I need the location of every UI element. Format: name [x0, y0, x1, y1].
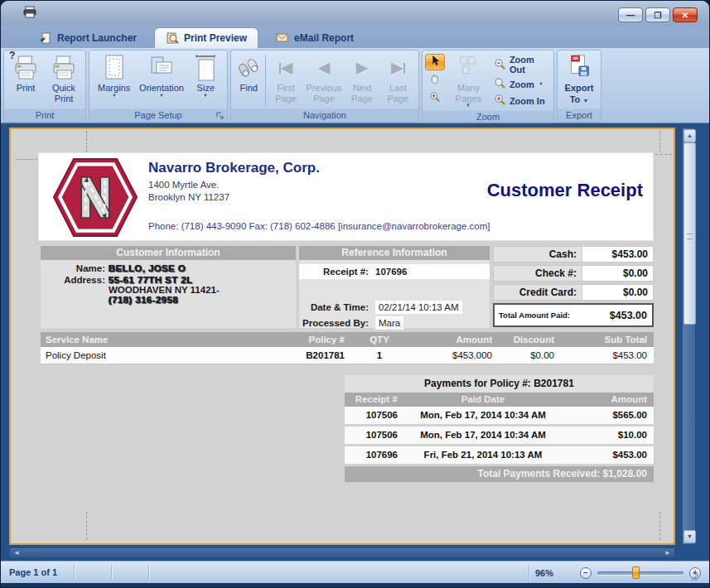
cash-label: Cash: [493, 246, 582, 263]
zoom-in-label: Zoom In [510, 96, 545, 106]
margins-button[interactable]: Margins ▼ [93, 52, 136, 108]
customer-address-line2: WOODHAVEN NY 11421- [109, 285, 220, 295]
size-label: Size [197, 83, 215, 94]
company-address-line2: Brooklyn NY 11237 [148, 191, 229, 204]
service-table-header-row: Service Name Policy # QTY Amount Discoun… [41, 332, 654, 347]
margin-guide [86, 512, 87, 540]
margins-dropdown-icon: ▼ [112, 94, 117, 98]
zoom-slider-track[interactable] [597, 571, 683, 575]
scroll-down-icon: ▼ [687, 533, 693, 539]
close-button[interactable]: ✕ [673, 7, 698, 22]
export-to-button[interactable]: Export To ▼ [560, 52, 598, 108]
magnifier-tool-button[interactable] [425, 90, 445, 107]
vertical-scrollbar-thumb[interactable] [683, 142, 696, 325]
col-service-name: Service Name [41, 332, 234, 347]
col-qty: QTY [351, 332, 408, 347]
zoom-dropdown-button[interactable]: Zoom ▼ [494, 77, 549, 91]
print-group-label: Print [4, 108, 85, 122]
address-label: Address: [41, 275, 105, 305]
col-policy: Policy # [234, 332, 351, 347]
zoom-slider-thumb[interactable] [632, 566, 640, 579]
navigation-group-label: Navigation [231, 108, 418, 122]
pointer-tool-button[interactable] [425, 54, 445, 70]
printer-app-icon[interactable] [22, 6, 37, 18]
col-discount: Discount [499, 332, 561, 347]
size-icon [192, 54, 219, 82]
payment-date-cell: Mon, Feb 17, 2014 10:34 AM [404, 427, 562, 446]
previous-page-icon: ◀ [311, 54, 337, 82]
scroll-left-icon[interactable]: ◄ [13, 549, 20, 557]
margin-guide [16, 159, 37, 160]
export-to-label-line2: To ▼ [570, 94, 589, 105]
margins-icon [101, 54, 128, 82]
col-amount: Amount [408, 332, 499, 347]
quick-print-label: Quick Print [46, 83, 82, 104]
company-address: 1400 Myrtle Ave. Brooklyn NY 11237 [148, 179, 229, 204]
previous-page-button[interactable]: ◀ Previous Page [304, 52, 345, 108]
hand-tool-button[interactable] [425, 72, 445, 89]
report-launcher-icon [39, 32, 52, 44]
tab-print-preview[interactable]: Print Preview [154, 27, 258, 48]
payments-row: 107506 Mon, Feb 17, 2014 10:34 AM $565.0… [345, 407, 654, 427]
last-page-label: Last Page [381, 83, 415, 104]
next-page-icon: ▶ [349, 54, 375, 82]
tab-report-launcher[interactable]: Report Launcher [28, 28, 147, 48]
customer-address-line1: 55-61 77TH ST 2L [109, 275, 220, 285]
orientation-button[interactable]: Orientation ▼ [137, 52, 186, 108]
payments-row: 107506 Mon, Feb 17, 2014 10:34 AM $10.00 [345, 427, 654, 446]
status-separator [148, 565, 149, 580]
receipt-header: Navarro Brokerage, Corp. 1400 Myrtle Ave… [38, 152, 654, 241]
zoom-slider-minus-button[interactable]: − [580, 567, 592, 579]
resize-grip[interactable] [689, 571, 699, 581]
print-icon: ? [12, 54, 39, 82]
receipt-number-label: Receipt #: [299, 264, 369, 279]
print-button[interactable]: ? Print [7, 52, 45, 108]
status-separator [529, 566, 529, 581]
dialog-launcher-icon[interactable] [216, 111, 225, 119]
zoom-out-button[interactable]: Zoom Out [494, 55, 549, 75]
export-group-label: Export [558, 108, 601, 122]
zoom-label: Zoom [510, 80, 534, 89]
check-label: Check #: [493, 265, 582, 282]
find-button[interactable]: Find [234, 52, 263, 108]
vertical-scrollbar[interactable]: ▲ ▼ [682, 128, 696, 545]
maximize-button[interactable]: ❐ [645, 7, 670, 22]
quick-print-button[interactable]: Quick Print [45, 52, 83, 108]
ribbon-group-navigation: Find ◀ First Page ◀ Previous Page ▶ Next… [230, 50, 419, 123]
export-to-label-line1: Export [565, 83, 594, 94]
last-page-icon: ▶ [384, 54, 411, 82]
margin-guide [659, 131, 660, 152]
payment-summary-panel: Cash: $453.00 Check #: $0.00 Credit Card… [493, 246, 654, 327]
document-page[interactable]: Navarro Brokerage, Corp. 1400 Myrtle Ave… [9, 128, 675, 545]
minimize-button[interactable]: — [618, 7, 643, 22]
zoom-icon [494, 77, 506, 91]
next-page-button[interactable]: ▶ Next Page [344, 52, 379, 108]
scroll-down-button[interactable]: ▼ [683, 530, 696, 543]
zoom-percent: 96% [535, 568, 553, 578]
many-pages-button[interactable]: Many Pages ▼ [445, 52, 492, 110]
reference-info-panel: Reference Information Receipt #: 107696 … [299, 246, 490, 328]
payment-receipt-cell: 107506 [345, 427, 404, 446]
first-page-button[interactable]: ◀ First Page [268, 52, 303, 108]
next-page-label: Next Page [345, 83, 379, 104]
col-subtotal: Sub Total [561, 332, 654, 347]
status-bar: Page 1 of 1 96% − + [1, 561, 709, 584]
scroll-right-icon[interactable]: ► [664, 549, 671, 557]
policy-cell: B201781 [234, 347, 351, 364]
size-button[interactable]: Size ▼ [187, 52, 224, 108]
horizontal-scrollbar[interactable]: ◄ ► [9, 547, 675, 558]
qty-cell: 1 [351, 347, 408, 364]
ribbon-group-zoom: Many Pages ▼ Zoom Out Zoom ▼ Z [422, 50, 554, 123]
last-page-button[interactable]: ▶ Last Page [380, 52, 416, 108]
tab-email-report[interactable]: eMail Report [265, 28, 365, 48]
zoom-in-button[interactable]: Zoom In [494, 94, 549, 108]
first-page-label: First Page [268, 83, 302, 104]
scroll-up-button[interactable]: ▲ [683, 129, 696, 142]
print-preview-area: Navarro Brokerage, Corp. 1400 Myrtle Ave… [1, 123, 709, 561]
name-label: Name: [41, 263, 105, 273]
many-pages-dropdown-icon: ▼ [466, 104, 471, 108]
col-paid-date: Paid Date [404, 393, 562, 407]
first-page-icon: ◀ [273, 54, 299, 82]
payment-receipt-cell: 107506 [345, 407, 404, 427]
export-dropdown-icon: ▼ [582, 98, 588, 104]
